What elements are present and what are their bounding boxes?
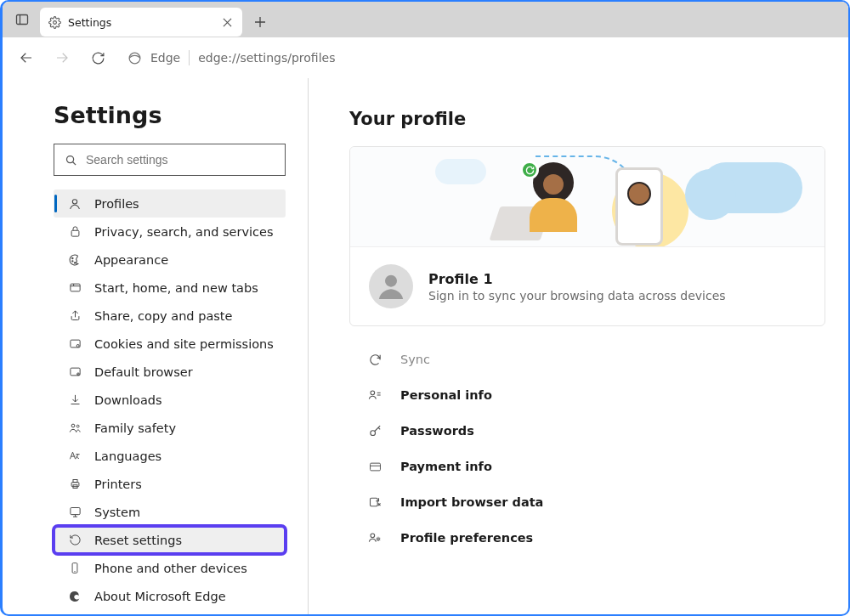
svg-point-16 [74,262,75,263]
sidebar-item-phone-and-other-devices[interactable]: Phone and other devices [54,554,286,582]
profile-link-label: Import browser data [400,495,543,509]
nav-item-label: System [94,506,140,519]
nav-item-label: Reset settings [94,534,182,547]
tabs-icon [67,281,82,294]
prefs-icon [366,531,383,545]
sidebar-item-start-home-and-new-tabs[interactable]: Start, home, and new tabs [54,274,286,302]
svg-point-27 [71,424,75,427]
search-settings-box[interactable] [54,144,286,176]
tab-actions-button[interactable] [4,2,40,37]
profile-link-passwords[interactable]: Passwords [349,413,825,449]
refresh-button[interactable] [82,42,113,73]
settings-heading: Settings [54,102,286,128]
svg-point-15 [72,260,73,261]
family-icon [67,421,82,434]
lock-icon [67,225,82,238]
sidebar-item-reset-settings[interactable]: Reset settings [54,526,286,554]
toolbar: Edge edge://settings/profiles [3,37,848,78]
profile-row[interactable]: Profile 1 Sign in to sync your browsing … [350,247,824,325]
sidebar-item-share-copy-and-paste[interactable]: Share, copy and paste [54,302,286,330]
svg-point-21 [76,345,79,348]
sidebar-item-profiles[interactable]: Profiles [54,189,286,218]
profile-subtitle: Sign in to sync your browsing data acros… [428,289,726,302]
svg-rect-45 [370,498,377,506]
nav-item-label: Cookies and site permissions [94,337,274,351]
nav-item-label: Share, copy and paste [94,309,232,323]
profile-hero-illustration [350,147,824,247]
payment-icon [366,461,383,473]
content: Settings ProfilesPrivacy, search, and se… [3,78,848,616]
nav-item-label: Default browser [94,365,193,379]
svg-rect-33 [70,508,79,515]
svg-rect-0 [17,15,28,25]
profile-link-profile-preferences[interactable]: Profile preferences [349,520,825,556]
tab-settings[interactable]: Settings [40,8,242,37]
svg-point-2 [54,20,57,24]
svg-point-10 [67,155,74,162]
svg-rect-20 [70,340,79,348]
personal-info-icon [366,388,383,402]
import-icon [366,495,383,509]
key-icon [366,424,383,438]
phone-icon [67,562,82,574]
sidebar-item-appearance[interactable]: Appearance [54,246,286,274]
nav-item-label: Downloads [94,393,162,407]
default-browser-icon [67,365,82,378]
svg-point-9 [129,53,140,64]
language-icon [67,449,82,462]
new-tab-button[interactable] [246,8,275,37]
sidebar-item-printers[interactable]: Printers [54,470,286,498]
forward-button[interactable] [47,42,77,73]
nav-item-label: Languages [94,449,162,463]
sidebar-item-privacy-search-and-services[interactable]: Privacy, search, and services [54,218,286,246]
profile-card: Profile 1 Sign in to sync your browsing … [349,146,825,326]
svg-point-38 [385,275,397,287]
profile-link-payment-info[interactable]: Payment info [349,449,825,484]
reset-icon [67,534,82,546]
download-icon [67,393,82,406]
settings-sidebar: Settings ProfilesPrivacy, search, and se… [3,78,309,616]
svg-point-28 [76,425,79,427]
profile-link-sync[interactable]: Sync [349,342,825,377]
printer-icon [67,478,82,490]
nav-item-label: About Microsoft Edge [94,590,226,603]
svg-point-42 [370,430,375,435]
svg-rect-13 [71,230,79,236]
edge-logo-icon [128,51,142,65]
profile-name: Profile 1 [428,271,726,287]
svg-rect-43 [370,463,380,471]
edge-icon [67,590,82,603]
search-icon [65,154,77,167]
profile-link-label: Passwords [400,424,474,438]
sidebar-item-languages[interactable]: Languages [54,442,286,470]
profile-link-import-browser-data[interactable]: Import browser data [349,484,825,520]
profile-link-label: Sync [400,353,430,366]
profile-link-personal-info[interactable]: Personal info [349,377,825,413]
nav-item-label: Family safety [94,421,176,435]
sidebar-item-system[interactable]: System [54,498,286,526]
settings-nav: ProfilesPrivacy, search, and servicesApp… [54,189,286,610]
svg-rect-17 [70,284,79,291]
gear-icon [48,16,61,29]
sidebar-item-downloads[interactable]: Downloads [54,386,286,414]
address-url: edge://settings/profiles [198,51,335,65]
svg-point-12 [72,199,76,203]
search-settings-input[interactable] [86,153,275,167]
tab-strip: Settings [3,2,848,37]
nav-item-label: Profiles [94,197,139,211]
profile-link-label: Payment info [400,460,492,473]
svg-rect-31 [73,480,77,483]
sidebar-item-about-microsoft-edge[interactable]: About Microsoft Edge [54,582,286,610]
sidebar-item-default-browser[interactable]: Default browser [54,358,286,386]
close-tab-button[interactable] [218,14,235,31]
profile-icon [67,197,82,211]
nav-item-label: Printers [94,478,142,491]
back-button[interactable] [11,42,42,73]
address-bar[interactable]: Edge edge://settings/profiles [118,43,840,72]
cookies-icon [67,337,82,350]
your-profile-heading: Your profile [349,109,848,129]
svg-point-39 [371,391,375,395]
profile-links: SyncPersonal infoPasswordsPayment infoIm… [349,342,825,556]
sidebar-item-family-safety[interactable]: Family safety [54,414,286,442]
sidebar-item-cookies-and-site-permissions[interactable]: Cookies and site permissions [54,330,286,358]
